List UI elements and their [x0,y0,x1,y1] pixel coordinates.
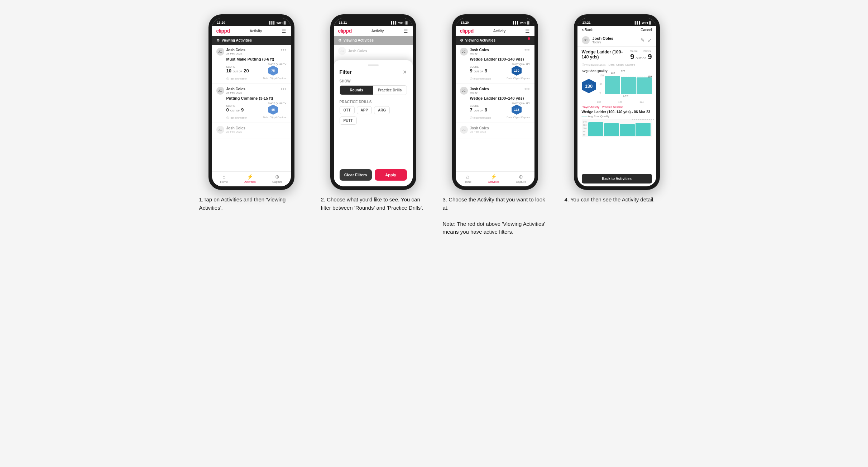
activity-card-3[interactable]: JC Josh Coles 28 Feb 2023 [212,123,291,138]
activities-banner-3[interactable]: ⚙ Viewing Activities [456,36,534,45]
activities-icon-3: ⚡ [490,174,497,180]
wifi-icon: WiFi [277,21,283,24]
detail-score-area: Score Shots 9 OUT OF 9 [630,49,652,61]
card-header-3-3: JC Josh Coles 28 Feb 2023 [460,126,530,134]
menu-icon-1[interactable]: ☰ [282,28,286,34]
user-name-3-3: Josh Coles [470,126,489,130]
score-label-2: Score [226,105,244,107]
sq-avg-row: 130 100 50 0 132 [582,74,652,98]
user-name-3: Josh Coles [226,126,245,130]
rounds-toggle[interactable]: Rounds [340,86,373,95]
user-name-3-1: Josh Coles [470,48,489,52]
more-dots-3-2[interactable]: ••• [524,87,530,92]
nav-capture-3[interactable]: ⊕ Capture [516,174,526,184]
cancel-button-4[interactable]: Cancel [641,28,652,32]
nav-home-3[interactable]: ⌂ Home [464,174,471,184]
time-1: 13:20 [217,21,225,24]
practice-drills-toggle[interactable]: Practice Drills [373,86,407,95]
expand-icon[interactable]: ⤢ [648,37,652,43]
status-icons-4: ▌▌▌ WiFi ▓ [635,21,651,24]
score-group-1: Score 10 OUT OF 20 [226,66,249,73]
menu-icon-3[interactable]: ☰ [525,28,530,34]
chip-ott[interactable]: OTT [340,106,355,114]
activities-banner-1[interactable]: ⚙ Viewing Activities [212,36,291,45]
step-1-desc: 1.Tap on Activities and then 'Viewing Ac… [198,196,305,212]
banner-label-1: Viewing Activities [222,38,252,42]
card-header-3-1: JC Josh Coles Today ••• [460,48,530,56]
nav-activities-1[interactable]: ⚡ Activities [244,174,256,184]
stats-row-3-2: Score 7 OUT OF 9 Shot Quality 118 [470,102,530,115]
step-1-col: 13:20 ▌▌▌ WiFi ▓ clippd Activity ☰ ⚙ V [198,14,305,236]
activity-card-2[interactable]: JC Josh Coles 28 Feb 2023 ••• Putting Co… [212,84,291,123]
chip-putt[interactable]: PUTT [340,116,357,125]
user-date-3-2: Today [470,91,489,94]
stats-row-2: Score 0 OUT OF 9 Shot Quality 45 [226,102,287,115]
score-label-3-1: Score [470,66,488,68]
status-bar-2: 13:21 ▌▌▌ WiFi ▓ [334,18,413,26]
wifi-icon-2: WiFi [398,21,404,24]
user-info-2: Josh Coles 28 Feb 2023 [226,87,245,94]
sq-badge-3-2: 118 [512,105,522,115]
signal-icon-2: ▌▌▌ [391,21,397,24]
sq-label-1: Shot Quality [268,63,286,66]
time-3: 13:20 [461,21,469,24]
screen-2: 13:21 ▌▌▌ WiFi ▓ clippd Activity ☰ ⚙ V [334,18,413,186]
wifi-icon-3: WiFi [520,21,526,24]
score-val-3-1: 9 [470,68,473,73]
practice-dashed [632,119,654,120]
back-button[interactable]: < Back [582,28,593,32]
nav-capture-1[interactable]: ⊕ Capture [272,174,282,184]
filter-chips-row: OTT APP ARG PUTT [340,106,407,125]
edit-icon[interactable]: ✎ [641,37,645,43]
activities-icon-1: ⚡ [247,174,253,180]
time-4: 13:21 [582,21,591,24]
bottom-nav-3: ⌂ Home ⚡ Activities ⊕ Capture [456,171,534,186]
card-header-2: JC Josh Coles 28 Feb 2023 ••• [216,87,287,95]
shots-val-1: 20 [244,68,249,73]
pbar-1 [588,122,603,136]
activity-card-3-1[interactable]: JC Josh Coles Today ••• Wedge Ladder (10… [456,45,534,84]
chip-app[interactable]: APP [357,106,372,114]
signal-icon-3: ▌▌▌ [513,21,519,24]
back-to-activities-btn[interactable]: Back to Activities [582,174,652,184]
nav-activities-3[interactable]: ⚡ Activities [488,174,499,184]
menu-icon-2[interactable]: ☰ [403,28,408,34]
bg-avatar: JC [338,47,346,55]
detail-nav: < Back Cancel [577,26,656,34]
score-group-3-2: Score 7 OUT OF 9 [470,105,488,113]
card-header-3: JC Josh Coles 28 Feb 2023 [216,126,287,134]
avatar-1: JC [216,48,224,56]
detail-user-row: JC Josh Coles Today ✎ ⤢ [577,34,656,47]
activity-card-3-2[interactable]: JC Josh Coles Today ••• Wedge Ladder (10… [456,84,534,123]
apply-button[interactable]: Apply [375,169,407,181]
sq-label-3-2: Shot Quality [512,102,530,105]
bar-2: 129 [621,77,636,94]
phone-2: 13:21 ▌▌▌ WiFi ▓ clippd Activity ☰ ⚙ V [330,14,416,190]
detail-score: 9 [630,53,634,61]
avg-sq-title: Avg Shot Quality [582,69,652,73]
info-row-3-1: ⓘ Test Information Data: Clippd Capture [470,77,530,81]
nav-home-1[interactable]: ⌂ Home [220,174,228,184]
user-date-1: 28 Feb 2023 [226,52,245,55]
activity-card-1[interactable]: JC Josh Coles 28 Feb 2023 ••• Must Make … [212,45,291,84]
bg-user-row: JC Josh Coles [338,47,408,55]
signal-icon: ▌▌▌ [269,21,275,24]
info-right-3-2: Data: Clippd Capture [507,116,530,120]
chart-value-label: 130 [648,75,652,78]
status-icons-1: ▌▌▌ WiFi ▓ [269,21,286,24]
time-2: 13:21 [339,21,347,24]
score-inline-2: 0 OUT OF 9 [226,107,244,113]
banner-label-3: Viewing Activities [465,38,495,42]
screen-1: 13:20 ▌▌▌ WiFi ▓ clippd Activity ☰ ⚙ V [212,18,291,186]
clear-filters-button[interactable]: Clear Filters [340,169,372,181]
user-row-3-3: JC Josh Coles 28 Feb 2023 [460,126,489,134]
close-button[interactable]: ✕ [403,69,407,75]
banner-icon-3: ⚙ [460,38,463,42]
more-dots-2[interactable]: ••• [281,87,287,92]
step-2-col: 13:21 ▌▌▌ WiFi ▓ clippd Activity ☰ ⚙ V [320,14,427,236]
chip-arg[interactable]: ARG [374,106,390,114]
more-dots-1[interactable]: ••• [281,48,287,53]
activity-card-3-3[interactable]: JC Josh Coles 28 Feb 2023 [456,123,534,138]
more-dots-3-1[interactable]: ••• [524,48,530,53]
practice-chart: 140 120 100 80 60 [582,119,652,137]
